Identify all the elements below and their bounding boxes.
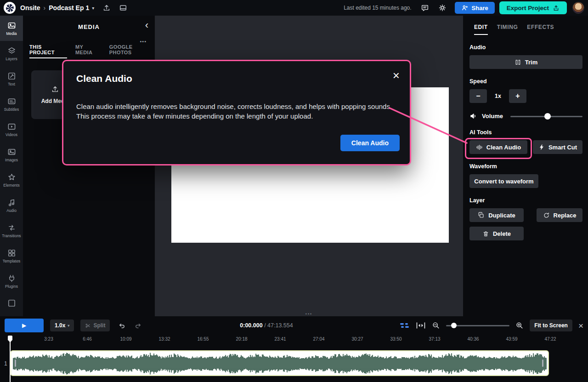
tab-this-project[interactable]: THIS PROJECT — [29, 44, 67, 58]
sidebar-item-audio[interactable]: Audio — [0, 193, 23, 218]
section-speed-label: Speed — [469, 78, 582, 85]
redo-icon[interactable] — [134, 322, 142, 330]
sidebar-item-more[interactable] — [0, 294, 23, 312]
user-avatar[interactable] — [572, 2, 584, 14]
elements-icon — [7, 173, 16, 182]
clip-trim-handle-right[interactable] — [542, 359, 543, 367]
fit-to-screen-label: Fit to Screen — [534, 322, 568, 329]
split-button[interactable]: Split — [80, 319, 110, 331]
delete-button[interactable]: Delete — [469, 227, 524, 240]
volume-control: Volume — [469, 112, 582, 120]
add-user-icon — [461, 4, 469, 11]
modal-clean-audio-button[interactable]: Clean Audio — [340, 135, 400, 151]
breadcrumb-workspace[interactable]: Onsite — [20, 4, 40, 11]
media-tabs: THIS PROJECT MY MEDIA GOOGLE PHOTOS — [23, 38, 155, 58]
trim-button[interactable]: Trim — [469, 55, 582, 69]
speed-increase-button[interactable]: + — [509, 89, 526, 103]
audio-clip[interactable] — [10, 350, 549, 376]
playback-speed-dropdown[interactable]: 1.0x ▾ — [50, 319, 74, 331]
more-tool-icon — [7, 299, 16, 308]
replace-button[interactable]: Replace — [537, 208, 582, 222]
sidebar-item-elements[interactable]: Elements — [0, 167, 23, 193]
sidebar-item-text[interactable]: Text — [0, 66, 23, 91]
layout-icon[interactable] — [119, 4, 127, 12]
sidebar-item-images[interactable]: Images — [0, 142, 23, 167]
volume-slider[interactable] — [510, 113, 582, 120]
modal-clean-audio-label: Clean Audio — [351, 139, 389, 147]
overflow-menu-icon[interactable]: ••• — [140, 39, 147, 44]
chevron-down-icon[interactable]: ▾ — [92, 6, 94, 11]
clean-audio-icon — [476, 144, 483, 151]
fit-clip-edges-icon[interactable] — [416, 322, 426, 329]
export-project-button[interactable]: Export Project — [499, 1, 567, 14]
share-button[interactable]: Share — [455, 2, 495, 14]
sidebar-item-transitions[interactable]: Transitions — [0, 218, 23, 243]
speed-value: 1x — [493, 93, 503, 99]
sidebar-item-label: Videos — [6, 133, 17, 137]
ruler-tick: 47:22 — [544, 336, 556, 342]
fit-to-screen-button[interactable]: Fit to Screen — [530, 319, 572, 331]
convert-to-waveform-label: Convert to waveform — [474, 178, 533, 185]
last-edited-status: Last edited 15 minutes ago. — [344, 5, 411, 11]
close-timeline-icon[interactable]: × — [578, 321, 583, 330]
speed-decrease-button[interactable]: − — [469, 89, 487, 103]
clean-audio-button[interactable]: Clean Audio — [469, 140, 527, 154]
upload-icon[interactable] — [102, 4, 111, 12]
clean-audio-modal: Clean Audio × Clean audio intelligently … — [62, 60, 411, 165]
duplicate-button[interactable]: Duplicate — [469, 208, 524, 222]
play-button[interactable]: ▶ — [5, 319, 44, 332]
time-separator: / — [263, 322, 267, 329]
section-waveform-label: Waveform — [469, 163, 582, 170]
images-icon — [7, 148, 16, 156]
close-icon[interactable]: × — [393, 69, 400, 81]
sidebar-item-videos[interactable]: Videos — [0, 117, 23, 142]
smart-cut-button[interactable]: Smart Cut — [533, 140, 582, 154]
zoom-out-icon[interactable] — [432, 321, 440, 330]
audio-icon — [7, 198, 16, 207]
tab-my-media[interactable]: MY MEDIA — [75, 44, 101, 58]
volume-slider-knob[interactable] — [544, 113, 551, 120]
sidebar-item-label: Transitions — [2, 234, 21, 238]
sidebar-item-plugins[interactable]: Plugins — [0, 268, 23, 294]
breadcrumb-project[interactable]: Podcast Ep 1 — [49, 4, 89, 11]
sidebar-item-label: Elements — [3, 183, 19, 188]
timeline-ruler[interactable]: 0 3:23 6:46 10:09 13:32 16:55 20:18 23:4… — [0, 335, 588, 346]
snapping-toggle-icon[interactable] — [400, 322, 410, 329]
timeline-zoom-slider[interactable] — [446, 323, 509, 328]
kapwing-logo-icon[interactable] — [4, 2, 16, 14]
ruler-tick: 13:32 — [158, 336, 170, 342]
playback-speed-value: 1.0x — [55, 322, 65, 329]
comments-icon[interactable] — [421, 4, 429, 12]
section-ai-tools-label: AI Tools — [469, 129, 582, 136]
zoom-in-icon[interactable] — [515, 321, 524, 330]
tab-timing[interactable]: TIMING — [497, 24, 518, 35]
tab-edit[interactable]: EDIT — [474, 24, 488, 35]
modal-title: Clean Audio — [76, 73, 397, 84]
share-button-label: Share — [472, 5, 488, 11]
panel-resize-handle[interactable]: ••• — [305, 312, 312, 316]
timeline: ▶ 1.0x ▾ Split 0:00.000 / 47:13.554 — [0, 316, 588, 382]
settings-gear-icon[interactable] — [438, 4, 447, 12]
sidebar-item-media[interactable]: Media — [0, 16, 23, 41]
tab-effects[interactable]: EFFECTS — [527, 24, 554, 35]
tab-google-photos[interactable]: GOOGLE PHOTOS — [109, 44, 155, 58]
kapwing-editor: Onsite › Podcast Ep 1 ▾ Last edited 15 m… — [0, 0, 588, 382]
sidebar-item-templates[interactable]: Templates — [0, 243, 23, 268]
convert-to-waveform-button[interactable]: Convert to waveform — [469, 174, 538, 188]
section-layer-label: Layer — [469, 197, 582, 204]
sidebar-item-label: Media — [6, 32, 17, 36]
zoom-slider-knob[interactable] — [451, 323, 457, 328]
export-icon — [553, 5, 560, 11]
duplicate-label: Duplicate — [488, 212, 515, 219]
sidebar-item-layers[interactable]: Layers — [0, 41, 23, 66]
clip-trim-handle-left[interactable] — [15, 359, 16, 367]
volume-label: Volume — [482, 113, 503, 120]
sidebar-item-subtitles[interactable]: Subtitles — [0, 91, 23, 117]
layer-actions-row: Duplicate Replace — [469, 208, 582, 222]
total-time: 47:13.554 — [267, 322, 293, 329]
undo-icon[interactable] — [118, 322, 126, 330]
ruler-tick: 40:36 — [467, 336, 479, 342]
clean-audio-label: Clean Audio — [486, 144, 521, 151]
lightning-icon — [538, 144, 545, 150]
collapse-panel-icon[interactable]: ‹ — [145, 20, 148, 30]
